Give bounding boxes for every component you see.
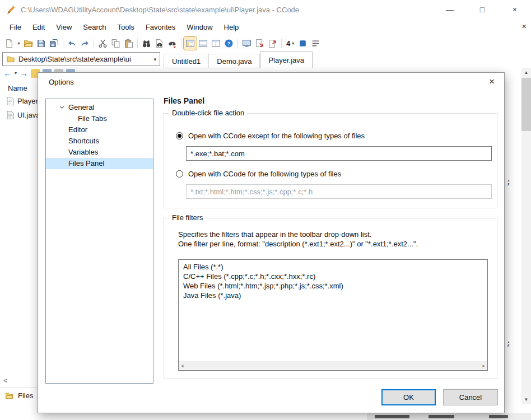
save-all-button[interactable]: [48, 37, 60, 50]
tree-item-label: Variables: [68, 148, 98, 156]
new-file-dropdown-icon[interactable]: ▾: [16, 41, 22, 46]
files-column-header[interactable]: Name: [8, 84, 27, 92]
external-view-button[interactable]: [266, 37, 279, 50]
radio-row-open-for[interactable]: Open with CCode for the following types …: [176, 170, 341, 178]
find-next-button[interactable]: [166, 37, 179, 50]
scroll-left-icon[interactable]: ◂: [181, 363, 184, 368]
cut-button[interactable]: [96, 37, 109, 50]
radio-row-open-except[interactable]: Open with CCode except for the following…: [176, 132, 365, 140]
menu-window[interactable]: Window: [181, 20, 218, 34]
save-button[interactable]: [35, 37, 48, 50]
close-icon[interactable]: ×: [499, 0, 531, 19]
tab-untitled1[interactable]: Untitled1: [164, 54, 209, 68]
cancel-button[interactable]: Cancel: [443, 389, 498, 405]
files-panel-toggle-button[interactable]: [184, 37, 197, 50]
filters-description-2: One filter per line, format: "descriptio…: [178, 240, 418, 248]
line-list-icon: [311, 39, 320, 48]
toolbar-separator: [94, 39, 94, 48]
code-fragment: ;: [506, 339, 511, 348]
group-legend: File filters: [169, 213, 206, 222]
status-fragment: [375, 415, 409, 418]
forward-arrow-icon[interactable]: →: [20, 68, 28, 78]
menu-search[interactable]: Search: [77, 20, 111, 34]
panel-divider: [0, 388, 37, 388]
document-close-icon[interactable]: ×: [521, 21, 527, 31]
horizontal-scrollbar[interactable]: ◂ ▸: [179, 361, 487, 370]
history-dropdown-icon[interactable]: ▾: [15, 71, 17, 76]
scroll-right-icon[interactable]: ▸: [482, 363, 485, 368]
copy-icon: [111, 39, 120, 48]
path-combobox[interactable]: Desktop\State\src\state\example\ui ▾: [2, 52, 160, 66]
line-list-button[interactable]: [309, 37, 322, 50]
redo-button[interactable]: [78, 37, 91, 50]
path-dropdown-icon[interactable]: ▾: [153, 57, 156, 62]
tree-item-label: File Tabs: [78, 114, 107, 123]
scroll-up-icon[interactable]: ▲: [521, 68, 531, 77]
radio-open-except[interactable]: [176, 132, 183, 139]
open-folder-icon: [24, 39, 33, 48]
help-icon: ?: [224, 39, 234, 48]
minimize-icon[interactable]: —: [434, 0, 466, 19]
filter-line: Web Files (*.html;*.htm;*.jsp;*.php;*.js…: [183, 281, 483, 291]
ok-button[interactable]: OK: [381, 389, 436, 405]
menu-file[interactable]: File: [4, 20, 27, 34]
vertical-scrollbar[interactable]: ▲ ▼: [521, 68, 531, 404]
find-next-icon: [167, 39, 177, 48]
radio-open-for[interactable]: [176, 170, 183, 178]
help-button[interactable]: ?: [222, 37, 235, 50]
split-window-button[interactable]: [209, 37, 222, 50]
find-in-files-button[interactable]: [153, 37, 166, 50]
filters-textarea[interactable]: All Files (*.*) C/C++ Files (*.cpp;*.c;*…: [178, 259, 488, 371]
menu-favorites[interactable]: Favorites: [140, 20, 181, 34]
tab-player-java[interactable]: Player.java: [260, 52, 313, 68]
maximize-icon[interactable]: □: [466, 0, 499, 19]
files-tab-label: Files: [18, 391, 33, 400]
filters-description-1: Specifies the filters that appear in the…: [178, 230, 371, 239]
copy-button[interactable]: [109, 37, 122, 50]
undo-icon: [67, 39, 77, 48]
back-arrow-icon[interactable]: ←: [3, 68, 12, 78]
view-in-browser-button[interactable]: [253, 37, 266, 50]
font-size-dropdown[interactable]: 4▾: [284, 39, 296, 48]
radio-label: Open with CCode for the following types …: [188, 170, 341, 178]
tab-demo-java[interactable]: Demo.java: [209, 54, 260, 68]
menu-help[interactable]: Help: [218, 20, 245, 34]
double-click-action-group: Double-click file action Open with CCode…: [164, 113, 497, 208]
files-panel-icon: [185, 39, 195, 48]
menu-view[interactable]: View: [50, 20, 77, 34]
new-file-button[interactable]: [3, 37, 16, 50]
toolbar-separator: [137, 39, 138, 48]
block-select-icon: [298, 39, 308, 48]
block-select-button[interactable]: [296, 37, 309, 50]
dialog-close-icon[interactable]: ×: [489, 76, 495, 87]
tree-item-shortcuts[interactable]: Shortcuts: [46, 136, 153, 147]
tree-item-editor[interactable]: Editor: [46, 124, 153, 136]
tree-item-label: Editor: [68, 125, 87, 134]
options-tree: General File Tabs Editor Shortcuts Varia…: [45, 99, 153, 384]
tree-item-file-tabs[interactable]: File Tabs: [46, 113, 153, 124]
paste-button[interactable]: [122, 37, 135, 50]
font-size-caret-icon: ▾: [292, 41, 294, 46]
status-fragment: [489, 415, 508, 418]
file-filters-group: File filters Specifies the filters that …: [164, 218, 497, 379]
menu-tools[interactable]: Tools: [112, 20, 140, 34]
find-button[interactable]: [140, 37, 153, 50]
hscroll-left-icon[interactable]: <: [3, 376, 8, 385]
tree-item-files-panel[interactable]: Files Panel: [46, 158, 153, 169]
toolbar-separator: [63, 39, 63, 48]
group-legend: Double-click file action: [169, 109, 247, 117]
tree-item-variables[interactable]: Variables: [46, 147, 153, 158]
files-panel-tab[interactable]: Files: [4, 391, 33, 400]
output-panel-button[interactable]: [197, 37, 209, 50]
options-dialog: Options × General File Tabs Editor Short…: [38, 72, 505, 413]
open-folder-button[interactable]: [22, 37, 35, 50]
undo-button[interactable]: [66, 37, 78, 50]
menu-edit[interactable]: Edit: [27, 20, 50, 34]
tree-item-general[interactable]: General: [46, 102, 153, 113]
except-types-input[interactable]: [186, 146, 492, 161]
scroll-down-icon[interactable]: ▼: [521, 395, 531, 404]
scrollbar-thumb[interactable]: [521, 78, 531, 131]
menu-bar: File Edit View Search Tools Favorites Wi…: [0, 19, 531, 35]
fullscreen-button[interactable]: [240, 37, 253, 50]
chevron-down-icon[interactable]: [60, 105, 64, 109]
